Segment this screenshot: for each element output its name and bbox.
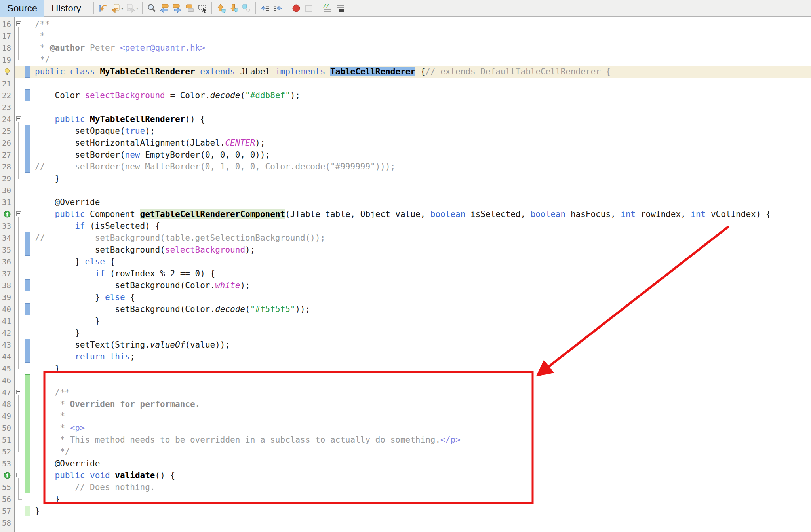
code-line[interactable]: public void validate() { — [0, 469, 811, 481]
line-number[interactable]: 52 — [0, 446, 14, 458]
code-line[interactable]: 49 * — [0, 410, 811, 422]
code-line[interactable]: 35 setBackground(selectBackground); — [0, 244, 811, 256]
code-line[interactable]: 39 } else { — [0, 291, 811, 303]
line-number[interactable]: 51 — [0, 434, 14, 446]
code-line[interactable]: 43 setText(String.valueOf(value)); — [0, 339, 811, 351]
line-number[interactable]: 44 — [0, 351, 14, 363]
line-number[interactable]: 37 — [0, 268, 14, 279]
line-number[interactable]: 33 — [0, 220, 14, 232]
fold-column[interactable] — [14, 113, 25, 125]
uncomment-button[interactable] — [334, 2, 346, 15]
code-line[interactable]: 41 } — [0, 315, 811, 327]
toggle-bookmark-button[interactable] — [240, 2, 253, 15]
line-number[interactable]: 38 — [0, 279, 14, 291]
comment-button[interactable]: // — [321, 2, 334, 15]
line-number[interactable]: 26 — [0, 137, 14, 149]
next-bookmark-button[interactable] — [227, 2, 240, 15]
line-number[interactable]: 56 — [0, 493, 14, 505]
line-number[interactable]: 30 — [0, 184, 14, 196]
dropdown-caret-icon[interactable]: ▾ — [121, 6, 124, 11]
shift-line-left-button[interactable] — [259, 2, 271, 15]
fold-column[interactable] — [14, 386, 25, 398]
code-line[interactable]: 34// setBackground(table.getSelectionBac… — [0, 232, 811, 244]
toggle-rectangular-selection-button[interactable] — [196, 2, 209, 15]
line-number[interactable]: 53 — [0, 458, 14, 469]
code-line[interactable]: 22 Color selectBackground = Color.decode… — [0, 89, 811, 101]
line-number[interactable]: 40 — [0, 303, 14, 315]
find-previous-occurrence-button[interactable] — [158, 2, 171, 15]
code-line[interactable]: 16/** — [0, 18, 811, 30]
code-line[interactable]: 18 * @author Peter <peter@quantr.hk> — [0, 42, 811, 54]
code-line[interactable]: 19 */ — [0, 54, 811, 66]
code-line[interactable]: 44 return this; — [0, 351, 811, 363]
line-number[interactable]: 25 — [0, 125, 14, 137]
code-line[interactable]: 46 — [0, 374, 811, 386]
code-line[interactable]: 23 — [0, 101, 811, 113]
line-number[interactable]: 19 — [0, 54, 14, 66]
find-next-occurrence-button[interactable] — [171, 2, 183, 15]
code-line[interactable]: 37 if (rowIndex % 2 == 0) { — [0, 268, 811, 279]
code-line[interactable]: 30 — [0, 184, 811, 196]
line-number[interactable]: 21 — [0, 78, 14, 89]
code-line[interactable]: 48 * Overriden for performance. — [0, 398, 811, 410]
code-editor[interactable]: 16/**17 *18 * @author Peter <peter@quant… — [0, 17, 811, 532]
code-line[interactable]: 56 } — [0, 493, 811, 505]
line-number[interactable]: 55 — [0, 481, 14, 493]
code-line[interactable]: public Component getTableCellRendererCom… — [0, 208, 811, 220]
find-selection-button[interactable] — [145, 2, 158, 15]
gutter-icon-cell[interactable] — [0, 208, 14, 220]
code-line[interactable]: 25 setOpaque(true); — [0, 125, 811, 137]
line-number[interactable]: 42 — [0, 327, 14, 339]
previous-bookmark-button[interactable] — [215, 2, 227, 15]
back-button[interactable] — [109, 2, 122, 15]
line-number[interactable]: 29 — [0, 173, 14, 184]
code-line[interactable]: 47 /** — [0, 386, 811, 398]
fold-marker[interactable] — [16, 390, 21, 394]
gutter-icon-cell[interactable] — [0, 66, 14, 78]
line-number[interactable]: 34 — [0, 232, 14, 244]
code-line[interactable]: 52 */ — [0, 446, 811, 458]
code-line[interactable]: 42 } — [0, 327, 811, 339]
line-number[interactable]: 31 — [0, 196, 14, 208]
code-line[interactable]: 29 } — [0, 173, 811, 184]
line-number[interactable]: 48 — [0, 398, 14, 410]
line-number[interactable]: 28 — [0, 161, 14, 173]
line-number[interactable]: 35 — [0, 244, 14, 256]
line-number[interactable]: 41 — [0, 315, 14, 327]
fold-marker[interactable] — [16, 211, 21, 216]
code-line[interactable]: 57} — [0, 505, 811, 517]
gutter-icon-cell[interactable] — [0, 469, 14, 481]
line-number[interactable]: 50 — [0, 422, 14, 434]
start-macro-recording-button[interactable] — [290, 2, 303, 15]
code-line[interactable]: public class MyTableCellRenderer extends… — [0, 66, 811, 78]
code-line[interactable]: 45 } — [0, 363, 811, 374]
code-line[interactable]: 24 public MyTableCellRenderer() { — [0, 113, 811, 125]
line-number[interactable]: 18 — [0, 42, 14, 54]
code-line[interactable]: 17 * — [0, 30, 811, 42]
line-number[interactable]: 49 — [0, 410, 14, 422]
code-line[interactable]: 51 * This method needs to be overridden … — [0, 434, 811, 446]
code-line[interactable]: 53 @Override — [0, 458, 811, 469]
line-number[interactable]: 47 — [0, 386, 14, 398]
line-number[interactable]: 24 — [0, 113, 14, 125]
fold-column[interactable] — [14, 18, 25, 30]
fold-marker[interactable] — [16, 473, 21, 477]
code-line[interactable]: 36 } else { — [0, 256, 811, 268]
code-line[interactable]: 27 setBorder(new EmptyBorder(0, 0, 0, 0)… — [0, 149, 811, 161]
code-line[interactable]: 33 if (isSelected) { — [0, 220, 811, 232]
line-number[interactable]: 16 — [0, 18, 14, 30]
fold-marker[interactable] — [16, 116, 21, 121]
line-number[interactable]: 27 — [0, 149, 14, 161]
line-number[interactable]: 43 — [0, 339, 14, 351]
line-number[interactable]: 45 — [0, 363, 14, 374]
fold-column[interactable] — [14, 208, 25, 220]
toggle-highlight-search-button[interactable] — [183, 2, 196, 15]
jump-to-last-edit-button[interactable] — [97, 2, 109, 15]
code-line[interactable]: 38 setBackground(Color.white); — [0, 279, 811, 291]
line-number[interactable]: 58 — [0, 517, 14, 529]
line-number[interactable]: 39 — [0, 291, 14, 303]
line-number[interactable]: 23 — [0, 101, 14, 113]
code-line[interactable]: 28// setBorder(new MatteBorder(0, 1, 0, … — [0, 161, 811, 173]
code-line[interactable]: 58 — [0, 517, 811, 529]
shift-line-right-button[interactable] — [271, 2, 284, 15]
